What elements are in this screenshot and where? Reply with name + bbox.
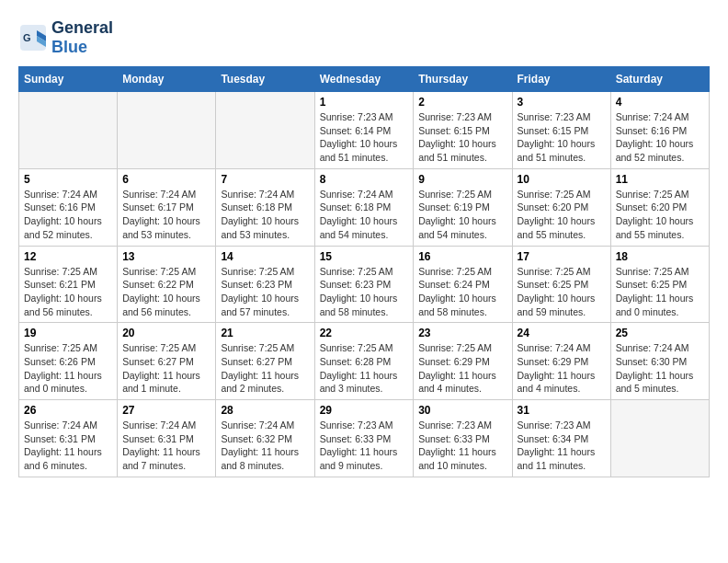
day-info: Sunrise: 7:25 AMSunset: 6:25 PMDaylight:… bbox=[616, 265, 704, 319]
day-info: Sunrise: 7:25 AMSunset: 6:27 PMDaylight:… bbox=[221, 341, 309, 396]
day-info: Sunrise: 7:24 AMSunset: 6:18 PMDaylight:… bbox=[221, 188, 309, 242]
day-info: Sunrise: 7:25 AMSunset: 6:20 PMDaylight:… bbox=[518, 188, 606, 242]
calendar-cell: 11Sunrise: 7:25 AMSunset: 6:20 PMDayligh… bbox=[610, 168, 709, 246]
day-header-thursday: Thursday bbox=[414, 67, 512, 92]
logo-text-general: General bbox=[51, 18, 113, 37]
day-number: 6 bbox=[122, 173, 210, 186]
day-number: 2 bbox=[418, 96, 506, 109]
day-number: 18 bbox=[616, 250, 704, 263]
calendar-week-2: 12Sunrise: 7:25 AMSunset: 6:21 PMDayligh… bbox=[19, 246, 710, 323]
calendar-cell: 8Sunrise: 7:24 AMSunset: 6:18 PMDaylight… bbox=[314, 168, 414, 246]
calendar-cell: 19Sunrise: 7:25 AMSunset: 6:26 PMDayligh… bbox=[19, 323, 118, 400]
day-info: Sunrise: 7:24 AMSunset: 6:29 PMDaylight:… bbox=[518, 341, 606, 396]
day-info: Sunrise: 7:24 AMSunset: 6:16 PMDaylight:… bbox=[24, 188, 112, 242]
logo-text-blue: Blue bbox=[51, 38, 87, 56]
calendar-week-0: 1Sunrise: 7:23 AMSunset: 6:14 PMDaylight… bbox=[19, 92, 710, 169]
day-number: 29 bbox=[320, 404, 409, 417]
day-number: 4 bbox=[616, 96, 704, 109]
logo: G General Blue bbox=[18, 18, 113, 57]
day-number: 23 bbox=[418, 327, 506, 339]
calendar-cell: 31Sunrise: 7:23 AMSunset: 6:34 PMDayligh… bbox=[512, 400, 610, 477]
calendar-cell: 21Sunrise: 7:25 AMSunset: 6:27 PMDayligh… bbox=[216, 323, 314, 400]
day-info: Sunrise: 7:25 AMSunset: 6:25 PMDaylight:… bbox=[518, 265, 606, 319]
day-number: 10 bbox=[518, 173, 606, 186]
calendar-cell: 13Sunrise: 7:25 AMSunset: 6:22 PMDayligh… bbox=[118, 246, 216, 323]
calendar-cell: 20Sunrise: 7:25 AMSunset: 6:27 PMDayligh… bbox=[118, 323, 216, 400]
calendar-cell: 16Sunrise: 7:25 AMSunset: 6:24 PMDayligh… bbox=[414, 246, 512, 323]
calendar-cell: 29Sunrise: 7:23 AMSunset: 6:33 PMDayligh… bbox=[314, 400, 414, 477]
day-info: Sunrise: 7:24 AMSunset: 6:31 PMDaylight:… bbox=[24, 419, 112, 473]
day-number: 28 bbox=[221, 404, 309, 417]
calendar-cell: 7Sunrise: 7:24 AMSunset: 6:18 PMDaylight… bbox=[216, 168, 314, 246]
day-info: Sunrise: 7:24 AMSunset: 6:30 PMDaylight:… bbox=[616, 341, 704, 396]
calendar-cell bbox=[118, 92, 216, 169]
calendar-cell: 1Sunrise: 7:23 AMSunset: 6:14 PMDaylight… bbox=[314, 92, 414, 169]
day-info: Sunrise: 7:25 AMSunset: 6:23 PMDaylight:… bbox=[221, 265, 309, 319]
calendar-cell: 24Sunrise: 7:24 AMSunset: 6:29 PMDayligh… bbox=[512, 323, 610, 400]
calendar-cell: 30Sunrise: 7:23 AMSunset: 6:33 PMDayligh… bbox=[414, 400, 512, 477]
day-info: Sunrise: 7:25 AMSunset: 6:28 PMDaylight:… bbox=[320, 341, 409, 396]
logo-icon: G bbox=[18, 23, 48, 52]
page-header: G General Blue bbox=[18, 18, 710, 57]
calendar-cell bbox=[216, 92, 314, 169]
calendar-week-4: 26Sunrise: 7:24 AMSunset: 6:31 PMDayligh… bbox=[19, 400, 710, 477]
day-info: Sunrise: 7:25 AMSunset: 6:22 PMDaylight:… bbox=[122, 265, 210, 319]
day-info: Sunrise: 7:23 AMSunset: 6:15 PMDaylight:… bbox=[518, 110, 606, 165]
day-number: 21 bbox=[221, 327, 309, 339]
svg-text:G: G bbox=[23, 32, 31, 43]
day-number: 3 bbox=[518, 96, 606, 109]
day-number: 7 bbox=[221, 173, 309, 186]
day-number: 15 bbox=[320, 250, 409, 263]
day-info: Sunrise: 7:24 AMSunset: 6:31 PMDaylight:… bbox=[122, 419, 210, 473]
calendar-cell: 10Sunrise: 7:25 AMSunset: 6:20 PMDayligh… bbox=[512, 168, 610, 246]
day-info: Sunrise: 7:24 AMSunset: 6:17 PMDaylight:… bbox=[122, 188, 210, 242]
calendar-cell bbox=[610, 400, 709, 477]
day-number: 25 bbox=[616, 327, 704, 339]
day-info: Sunrise: 7:25 AMSunset: 6:26 PMDaylight:… bbox=[24, 341, 112, 396]
day-number: 30 bbox=[418, 404, 506, 417]
day-info: Sunrise: 7:23 AMSunset: 6:34 PMDaylight:… bbox=[518, 419, 606, 473]
calendar-cell: 15Sunrise: 7:25 AMSunset: 6:23 PMDayligh… bbox=[314, 246, 414, 323]
day-number: 9 bbox=[418, 173, 506, 186]
calendar-cell: 25Sunrise: 7:24 AMSunset: 6:30 PMDayligh… bbox=[610, 323, 709, 400]
day-info: Sunrise: 7:25 AMSunset: 6:20 PMDaylight:… bbox=[616, 188, 704, 242]
day-info: Sunrise: 7:25 AMSunset: 6:27 PMDaylight:… bbox=[122, 341, 210, 396]
calendar-cell: 2Sunrise: 7:23 AMSunset: 6:15 PMDaylight… bbox=[414, 92, 512, 169]
day-number: 5 bbox=[24, 173, 112, 186]
day-info: Sunrise: 7:23 AMSunset: 6:33 PMDaylight:… bbox=[418, 419, 506, 473]
day-number: 13 bbox=[122, 250, 210, 263]
calendar-cell: 4Sunrise: 7:24 AMSunset: 6:16 PMDaylight… bbox=[610, 92, 709, 169]
calendar-cell: 3Sunrise: 7:23 AMSunset: 6:15 PMDaylight… bbox=[512, 92, 610, 169]
calendar-cell: 26Sunrise: 7:24 AMSunset: 6:31 PMDayligh… bbox=[19, 400, 118, 477]
calendar-cell: 14Sunrise: 7:25 AMSunset: 6:23 PMDayligh… bbox=[216, 246, 314, 323]
day-header-tuesday: Tuesday bbox=[216, 67, 314, 92]
day-number: 16 bbox=[418, 250, 506, 263]
day-info: Sunrise: 7:24 AMSunset: 6:18 PMDaylight:… bbox=[320, 188, 409, 242]
calendar-cell: 22Sunrise: 7:25 AMSunset: 6:28 PMDayligh… bbox=[314, 323, 414, 400]
day-number: 22 bbox=[320, 327, 409, 339]
calendar-cell: 12Sunrise: 7:25 AMSunset: 6:21 PMDayligh… bbox=[19, 246, 118, 323]
day-info: Sunrise: 7:23 AMSunset: 6:15 PMDaylight:… bbox=[418, 110, 506, 165]
calendar-cell: 28Sunrise: 7:24 AMSunset: 6:32 PMDayligh… bbox=[216, 400, 314, 477]
day-number: 17 bbox=[518, 250, 606, 263]
day-info: Sunrise: 7:25 AMSunset: 6:19 PMDaylight:… bbox=[418, 188, 506, 242]
calendar-cell: 9Sunrise: 7:25 AMSunset: 6:19 PMDaylight… bbox=[414, 168, 512, 246]
calendar-cell: 6Sunrise: 7:24 AMSunset: 6:17 PMDaylight… bbox=[118, 168, 216, 246]
day-info: Sunrise: 7:25 AMSunset: 6:24 PMDaylight:… bbox=[418, 265, 506, 319]
day-number: 31 bbox=[518, 404, 606, 417]
day-number: 20 bbox=[122, 327, 210, 339]
day-info: Sunrise: 7:23 AMSunset: 6:33 PMDaylight:… bbox=[320, 419, 409, 473]
day-info: Sunrise: 7:24 AMSunset: 6:16 PMDaylight:… bbox=[616, 110, 704, 165]
calendar-header-row: SundayMondayTuesdayWednesdayThursdayFrid… bbox=[19, 67, 710, 92]
day-header-monday: Monday bbox=[118, 67, 216, 92]
calendar-cell: 18Sunrise: 7:25 AMSunset: 6:25 PMDayligh… bbox=[610, 246, 709, 323]
day-info: Sunrise: 7:24 AMSunset: 6:32 PMDaylight:… bbox=[221, 419, 309, 473]
day-number: 24 bbox=[518, 327, 606, 339]
day-info: Sunrise: 7:23 AMSunset: 6:14 PMDaylight:… bbox=[320, 110, 409, 165]
calendar-table: SundayMondayTuesdayWednesdayThursdayFrid… bbox=[18, 66, 710, 477]
day-header-sunday: Sunday bbox=[19, 67, 118, 92]
day-number: 11 bbox=[616, 173, 704, 186]
day-info: Sunrise: 7:25 AMSunset: 6:23 PMDaylight:… bbox=[320, 265, 409, 319]
day-info: Sunrise: 7:25 AMSunset: 6:21 PMDaylight:… bbox=[24, 265, 112, 319]
calendar-cell bbox=[19, 92, 118, 169]
